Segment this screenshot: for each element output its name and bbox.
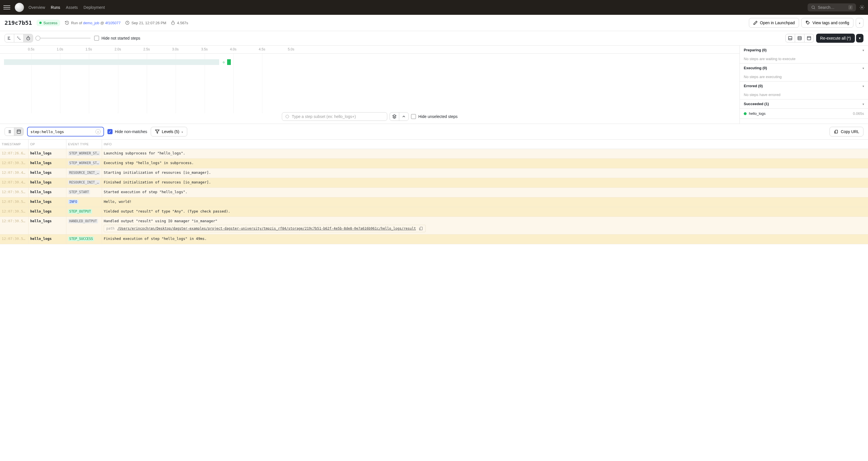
subset-icon (285, 114, 289, 119)
log-event-type: RESOURCE_INIT_STARTED (66, 168, 102, 178)
more-menu-button[interactable] (856, 18, 863, 28)
run-header: 219c7b51 Success Run of demo_job @ 4f105… (0, 15, 868, 31)
gantt-toolbar: Hide not started steps Re-execute all (*… (0, 31, 868, 45)
svg-point-5 (27, 37, 30, 40)
log-ts: 12:07:30.508 (0, 188, 29, 197)
log-info: Started execution of step "hello_logs". (102, 188, 868, 197)
panel-bottom-button[interactable] (786, 34, 795, 42)
gantt-prep-bar[interactable] (4, 59, 219, 65)
hide-not-started-option[interactable]: Hide not started steps (94, 36, 140, 41)
preparing-header[interactable]: Preparing (0) (740, 45, 868, 54)
log-info-text: Hello, world! (104, 199, 132, 204)
svg-rect-10 (836, 130, 838, 133)
gantt-step-bar[interactable] (227, 59, 231, 65)
step-subset-input[interactable]: Type a step subset (ex: hello_logs+) (282, 112, 387, 121)
gantt-step-dot-icon (223, 62, 224, 63)
log-info: Finished initialization of resources [io… (102, 178, 868, 187)
log-info: Finished execution of step "hello_logs" … (102, 235, 868, 244)
checkbox-checked[interactable]: ✓ (107, 129, 113, 134)
log-event-type: STEP_START (66, 188, 102, 197)
svg-rect-6 (788, 36, 792, 40)
gantt-body[interactable] (0, 54, 740, 114)
col-event-type: EVENT TYPE (66, 140, 102, 149)
col-op: OP (29, 140, 66, 149)
clear-filter-button[interactable]: ✕ (95, 129, 101, 134)
global-search[interactable]: Search… / (808, 3, 856, 11)
log-row[interactable]: 12:07:30.508hello_logsSTEP_STARTStarted … (0, 188, 868, 197)
view-flat-button[interactable] (5, 34, 14, 42)
log-info-text: Yielded output "result" of type "Any". (… (104, 209, 230, 213)
main-split: 0.5s 1.0s 1.5s 2.0s 2.5s 3.0s 3.5s 4.0s … (0, 45, 868, 124)
log-info: Handled output "result" using IO manager… (102, 217, 868, 234)
expand-up-button[interactable] (399, 113, 408, 121)
log-info-text: Executing step "hello_logs" in subproces… (104, 161, 194, 165)
executing-body: No steps are executing (740, 72, 868, 81)
success-dot-icon (744, 112, 747, 115)
log-event-type: RESOURCE_INIT_SUCCESS (66, 178, 102, 187)
copy-url-button[interactable]: Copy URL (830, 127, 863, 136)
nav-toggle[interactable] (3, 4, 10, 11)
zoom-slider[interactable] (36, 38, 91, 39)
log-row[interactable]: 12:07:30.364hello_logsSTEP_WORKER_STARTE… (0, 159, 868, 168)
nav-overview[interactable]: Overview (29, 5, 45, 10)
log-op: hello_logs (29, 207, 66, 217)
reexecute-menu-button[interactable]: ▾ (856, 34, 863, 42)
log-op: hello_logs (29, 235, 66, 244)
log-info-text: Finished execution of step "hello_logs" … (104, 237, 207, 241)
log-event-type: STEP_WORKER_STARTING (66, 149, 102, 158)
view-timed-button[interactable] (24, 34, 33, 42)
succeeded-header[interactable]: Succeeded (1) (740, 99, 868, 108)
layers-button[interactable] (390, 113, 399, 121)
filter-icon (155, 129, 160, 134)
panel-top-button[interactable] (804, 34, 813, 42)
log-event-type: STEP_SUCCESS (66, 235, 102, 244)
errored-header[interactable]: Errored (0) (740, 82, 868, 90)
log-info-text: Handled output "result" using IO manager… (104, 219, 217, 223)
preparing-body: No steps are waiting to execute (740, 54, 868, 63)
log-structured-view-button[interactable] (14, 128, 23, 135)
log-row[interactable]: 12:07:30.535hello_logsSTEP_OUTPUTYielded… (0, 207, 868, 217)
job-link[interactable]: demo_job (83, 21, 99, 25)
ruler-tick: 0.5s (28, 47, 34, 51)
gear-icon[interactable] (860, 5, 865, 10)
log-op: hello_logs (29, 149, 66, 158)
log-ts: 12:07:30.437 (0, 178, 29, 187)
view-tags-button[interactable]: View tags and config (801, 18, 854, 28)
log-row[interactable]: 12:07:30.424hello_logsRESOURCE_INIT_STAR… (0, 168, 868, 178)
executing-header[interactable]: Executing (0) (740, 64, 868, 72)
tag-icon (806, 21, 810, 25)
log-filter-input[interactable]: ✕ (27, 127, 104, 136)
log-row[interactable]: 12:07:30.562hello_logsHANDLED_OUTPUTHand… (0, 217, 868, 235)
hide-unselected-option[interactable]: Hide unselected steps (411, 114, 458, 119)
log-ts: 12:07:26.643 (0, 149, 29, 158)
log-event-type: STEP_OUTPUT (66, 207, 102, 217)
hide-nonmatches-option[interactable]: ✓ Hide non-matches (107, 129, 147, 134)
view-waterfall-button[interactable] (14, 34, 24, 42)
checkbox[interactable] (411, 114, 416, 119)
nav-links: Overview Runs Assets Deployment (29, 5, 105, 10)
checkbox[interactable] (94, 36, 99, 41)
event-tag: STEP_SUCCESS (68, 237, 94, 241)
open-launchpad-button[interactable]: Open in Launchpad (749, 18, 799, 28)
event-tag: STEP_WORKER_STARTING (68, 151, 100, 156)
succeeded-step-row[interactable]: hello_logs0.065s (740, 109, 868, 119)
log-body: 12:07:26.643hello_logsSTEP_WORKER_STARTI… (0, 149, 868, 244)
log-row[interactable]: 12:07:30.524hello_logsINFOHello, world! (0, 197, 868, 207)
log-list-view-button[interactable] (5, 128, 14, 135)
nav-deployment[interactable]: Deployment (84, 5, 105, 10)
path-value[interactable]: /Users/erincochran/Desktop/dagster-examp… (117, 226, 416, 230)
chevron-down-icon (859, 21, 860, 25)
log-ts: 12:07:30.364 (0, 159, 29, 168)
log-filter-field[interactable] (30, 130, 93, 134)
reexecute-all-button[interactable]: Re-execute all (*) (816, 34, 855, 43)
panel-split-button[interactable] (795, 34, 804, 42)
nav-runs[interactable]: Runs (51, 5, 60, 10)
slider-thumb[interactable] (35, 36, 40, 41)
log-row[interactable]: 12:07:30.573hello_logsSTEP_SUCCESSFinish… (0, 235, 868, 244)
levels-dropdown-button[interactable]: Levels (5) (151, 127, 187, 136)
snapshot-link[interactable]: 4f105077 (105, 21, 121, 25)
log-row[interactable]: 12:07:30.437hello_logsRESOURCE_INIT_SUCC… (0, 178, 868, 188)
copy-icon[interactable] (418, 226, 423, 231)
log-row[interactable]: 12:07:26.643hello_logsSTEP_WORKER_STARTI… (0, 149, 868, 159)
nav-assets[interactable]: Assets (66, 5, 78, 10)
